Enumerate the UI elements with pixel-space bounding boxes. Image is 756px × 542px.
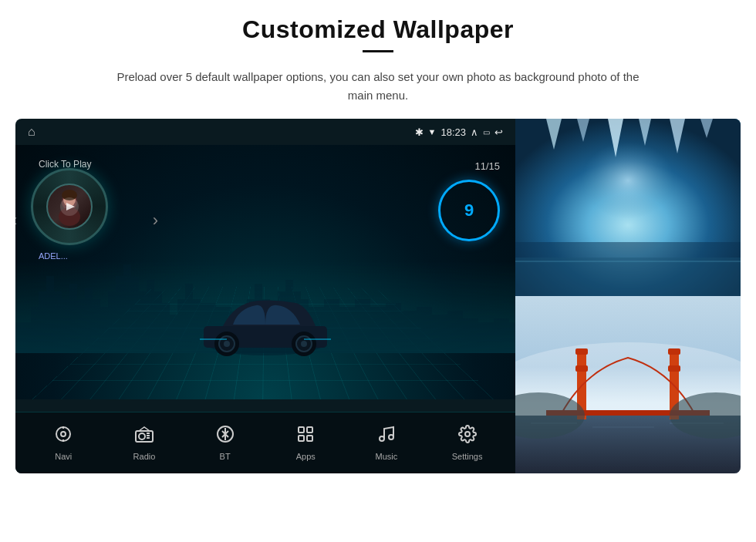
svg-point-32 bbox=[389, 435, 393, 439]
status-left: ⌂ bbox=[28, 125, 35, 139]
apps-icon bbox=[296, 425, 315, 448]
expand-icon: ∧ bbox=[471, 126, 478, 138]
svg-point-11 bbox=[224, 341, 230, 347]
hu-screenshot: ⌂ ✱ ▼ 18:23 ∧ ▭ ↩ bbox=[15, 119, 515, 473]
settings-icon bbox=[458, 425, 477, 448]
svg-rect-30 bbox=[307, 436, 312, 441]
time-display: 18:23 bbox=[440, 126, 466, 138]
thumbnails-panel bbox=[515, 119, 741, 473]
nav-item-navi[interactable]: Navi bbox=[36, 425, 90, 461]
radio-icon bbox=[134, 425, 154, 448]
settings-label: Settings bbox=[452, 452, 483, 461]
svg-rect-27 bbox=[299, 427, 304, 433]
svg-point-17 bbox=[56, 427, 70, 441]
page-container: Customized Wallpaper Preload over 5 defa… bbox=[0, 0, 756, 542]
nav-item-apps[interactable]: Apps bbox=[278, 425, 332, 461]
album-art bbox=[46, 183, 93, 230]
status-right: ✱ ▼ 18:23 ∧ ▭ ↩ bbox=[415, 126, 503, 138]
svg-rect-56 bbox=[668, 365, 680, 372]
gauge-circle: 9 bbox=[438, 180, 500, 241]
svg-point-31 bbox=[380, 436, 384, 441]
navi-icon bbox=[54, 425, 73, 448]
prev-arrow[interactable]: ‹ bbox=[15, 210, 17, 231]
vinyl-disc bbox=[31, 168, 108, 245]
thumbnail-ice-cave[interactable] bbox=[515, 119, 741, 296]
svg-rect-43 bbox=[515, 258, 741, 296]
nav-item-settings[interactable]: Settings bbox=[440, 425, 494, 461]
title-divider bbox=[363, 50, 393, 52]
date-display: 11/15 bbox=[438, 160, 500, 172]
navi-label: Navi bbox=[55, 452, 72, 461]
svg-point-14 bbox=[301, 341, 307, 347]
svg-point-33 bbox=[465, 432, 470, 436]
next-arrow[interactable]: › bbox=[153, 210, 158, 231]
thumbnail-golden-gate[interactable] bbox=[515, 296, 741, 473]
svg-point-18 bbox=[61, 432, 66, 436]
nav-item-radio[interactable]: Radio bbox=[117, 425, 171, 461]
bt-label: BT bbox=[220, 452, 231, 461]
svg-rect-52 bbox=[575, 348, 588, 355]
car-image bbox=[188, 284, 343, 353]
page-title: Customized Wallpaper bbox=[242, 15, 514, 44]
gauge-area: 11/15 9 bbox=[438, 160, 500, 241]
wifi-icon: ▼ bbox=[428, 127, 437, 136]
bt-icon bbox=[216, 425, 235, 448]
svg-point-22 bbox=[139, 433, 145, 439]
subtitle-text: Preload over 5 default wallpaper options… bbox=[108, 68, 648, 105]
apps-label: Apps bbox=[296, 452, 316, 461]
svg-rect-28 bbox=[307, 427, 312, 433]
bridge-image bbox=[515, 296, 741, 473]
content-row: ⌂ ✱ ▼ 18:23 ∧ ▭ ↩ bbox=[15, 119, 741, 473]
status-bar: ⌂ ✱ ▼ 18:23 ∧ ▭ ↩ bbox=[15, 119, 515, 145]
song-title: ADEL... bbox=[39, 251, 68, 261]
home-icon: ⌂ bbox=[28, 125, 35, 139]
nav-item-music[interactable]: ♪ Music bbox=[359, 425, 413, 461]
back-icon: ↩ bbox=[494, 126, 503, 138]
svg-point-35 bbox=[582, 142, 674, 219]
svg-rect-55 bbox=[668, 348, 680, 355]
bluetooth-icon: ✱ bbox=[415, 126, 424, 138]
radio-label: Radio bbox=[133, 452, 156, 461]
ice-cave-image bbox=[515, 119, 741, 296]
nav-bar: Navi Radio bbox=[15, 412, 515, 473]
svg-rect-53 bbox=[575, 365, 588, 372]
music-player: Click To Play ‹ › bbox=[31, 168, 108, 245]
window-icon: ▭ bbox=[483, 128, 490, 136]
title-section: Customized Wallpaper bbox=[242, 15, 514, 59]
svg-rect-29 bbox=[299, 436, 304, 441]
music-icon: ♪ bbox=[377, 425, 396, 448]
hu-main: Click To Play ‹ › bbox=[15, 145, 515, 399]
gauge-value: 9 bbox=[464, 200, 474, 221]
music-label: Music bbox=[376, 452, 398, 461]
nav-item-bt[interactable]: BT bbox=[198, 425, 252, 461]
